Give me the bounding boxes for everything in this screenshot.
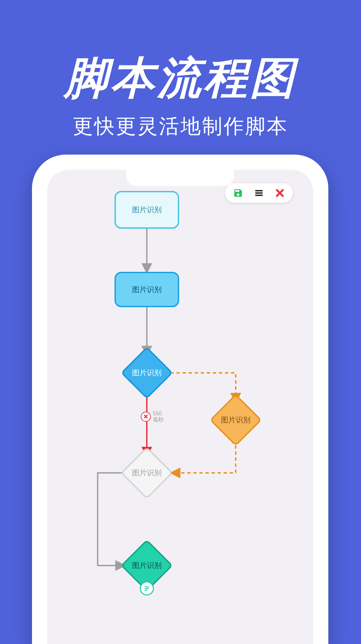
flow-node-label: 图片识别: [132, 560, 162, 571]
close-button[interactable]: [274, 187, 286, 199]
flow-node-decision[interactable]: 图片识别: [217, 401, 254, 439]
save-button[interactable]: [232, 187, 244, 199]
delay-badge[interactable]: 550 毫秒: [141, 411, 164, 422]
phone-frame: 图片识别 图片识别 图片识别 图片识别 550 毫秒: [32, 155, 328, 644]
close-icon: [275, 188, 285, 198]
options-icon: [143, 585, 150, 592]
menu-button[interactable]: [253, 187, 265, 199]
flow-node-decision[interactable]: 图片识别: [128, 547, 165, 584]
phone-screen: 图片识别 图片识别 图片识别 图片识别 550 毫秒: [47, 170, 313, 644]
flowchart-edges: [47, 170, 313, 644]
phone-notch: [126, 170, 234, 186]
svg-rect-5: [144, 590, 147, 591]
flow-node-decision[interactable]: 图片识别: [128, 454, 165, 491]
menu-icon: [254, 188, 264, 198]
editor-toolbar: [225, 183, 293, 203]
save-icon: [233, 188, 243, 198]
node-options-button[interactable]: [140, 581, 154, 595]
flow-node-decision[interactable]: 图片识别: [128, 354, 165, 391]
svg-rect-3: [144, 586, 149, 587]
delay-badge-text: 550 毫秒: [153, 411, 164, 422]
flow-node-label: 图片识别: [132, 285, 162, 295]
delete-edge-icon[interactable]: [141, 412, 151, 422]
svg-rect-2: [255, 195, 263, 196]
svg-rect-1: [255, 192, 263, 194]
flow-node-label: 图片识别: [132, 205, 162, 215]
flow-node-label: 图片识别: [132, 468, 162, 478]
flow-node-rect[interactable]: 图片识别: [114, 272, 179, 307]
flow-node-rect[interactable]: 图片识别: [114, 191, 179, 229]
svg-rect-4: [144, 588, 149, 589]
marketing-title: 脚本流程图: [0, 49, 361, 108]
flowchart-canvas[interactable]: 图片识别 图片识别 图片识别 图片识别 550 毫秒: [47, 170, 313, 644]
svg-rect-0: [255, 190, 263, 191]
flow-node-label: 图片识别: [221, 415, 251, 425]
marketing-subtitle: 更快更灵活地制作脚本: [0, 113, 361, 140]
flow-node-label: 图片识别: [132, 368, 162, 378]
